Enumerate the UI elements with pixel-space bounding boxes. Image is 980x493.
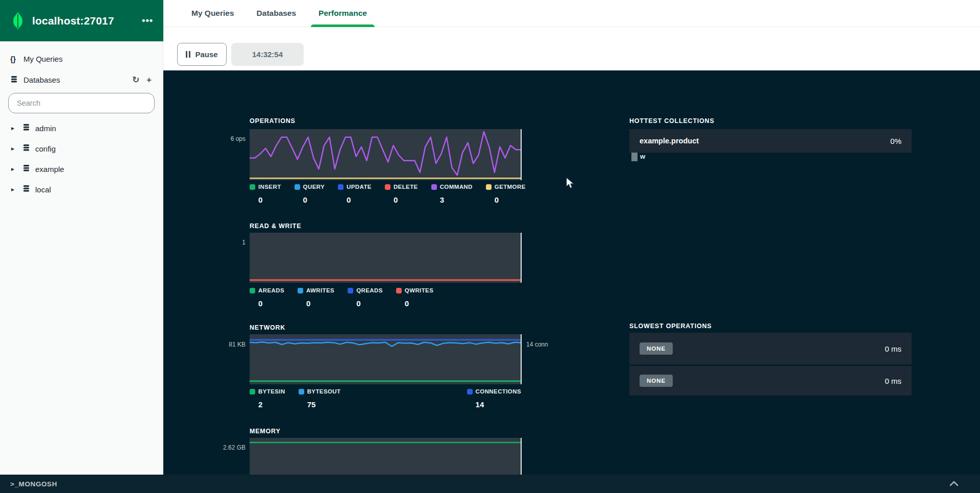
sidebar-db-example[interactable]: ▸ example — [0, 159, 163, 179]
legend-item: BYTESIN 2 — [250, 388, 285, 409]
legend-item: BYTESOUT 75 — [299, 388, 341, 409]
legend-label: AWRITES — [306, 287, 334, 293]
database-icon — [22, 144, 30, 153]
pause-button[interactable]: Pause — [177, 43, 227, 66]
legend-item: AREADS 0 — [250, 287, 284, 308]
legend-swatch — [250, 389, 255, 395]
network-legend: BYTESIN 2 BYTESOUT 75 CONNECTIONS 14 — [250, 388, 521, 409]
legend-item: UPDATE 0 — [338, 184, 372, 204]
pause-label: Pause — [195, 50, 217, 59]
operation-badge: NONE — [640, 342, 673, 355]
slowest-operations-title: SLOWEST OPERATIONS — [629, 323, 712, 330]
database-name: admin — [35, 124, 56, 133]
legend-item: AWRITES 0 — [298, 287, 334, 308]
mongosh-toggle-bar[interactable]: >_MONGOSH — [0, 475, 980, 493]
chevron-right-icon[interactable]: ▸ — [11, 125, 22, 132]
legend-value: 0 — [258, 195, 281, 204]
legend-label: GETMORE — [495, 184, 526, 190]
slowest-operation-row: NONE 0 ms — [629, 366, 912, 396]
legend-item: QUERY 0 — [295, 184, 325, 204]
legend-swatch — [467, 389, 473, 395]
chevron-right-icon[interactable]: ▸ — [11, 186, 22, 193]
sidebar-item-label: Databases — [23, 76, 60, 84]
memory-title: MEMORY — [250, 428, 281, 435]
operations-legend: INSERT 0 QUERY 0 UPDATE 0 DELETE 0 COMMA… — [250, 184, 526, 204]
database-icon — [10, 76, 23, 85]
database-name: example — [35, 165, 64, 174]
hottest-collections-title: HOTTEST COLLECTIONS — [629, 117, 715, 125]
legend-value: 3 — [440, 195, 473, 204]
write-indicator-label: w — [640, 153, 645, 160]
hottest-collections-card: example.product 0% w — [629, 129, 912, 161]
read-write-indicator-bar — [631, 153, 638, 161]
database-icon — [22, 164, 30, 174]
read-write-legend: AREADS 0 AWRITES 0 QREADS 0 QWRITES 0 — [250, 287, 433, 308]
legend-swatch — [298, 288, 303, 293]
memory-chart — [250, 438, 521, 475]
mongodb-leaf-icon — [10, 12, 26, 30]
legend-item: COMMAND 3 — [431, 184, 473, 204]
main-area: My Queries Databases Performance Pause 1… — [163, 0, 980, 475]
slowest-operation-row: NONE 0 ms — [629, 333, 912, 364]
tab-my-queries[interactable]: My Queries — [184, 0, 242, 27]
legend-label: CONNECTIONS — [476, 388, 521, 395]
refresh-databases-icon[interactable]: ↻ — [129, 75, 142, 85]
tab-performance[interactable]: Performance — [311, 0, 375, 27]
connection-name: localhost:27017 — [32, 15, 142, 27]
read-write-y-label: 1 — [207, 239, 246, 246]
connection-menu-icon[interactable]: ••• — [142, 15, 153, 26]
sidebar-db-config[interactable]: ▸ config — [0, 138, 163, 159]
legend-swatch — [431, 184, 437, 190]
legend-label: INSERT — [258, 184, 281, 190]
legend-label: BYTESOUT — [307, 388, 341, 395]
collection-load-percent: 0% — [890, 137, 901, 145]
legend-item: QWRITES 0 — [396, 287, 433, 308]
legend-item: DELETE 0 — [385, 184, 418, 204]
sidebar: {} My Queries Databases ↻ + ▸ admin ▸ — [0, 41, 163, 475]
sidebar-item-databases[interactable]: Databases ↻ + — [0, 69, 163, 90]
legend-swatch — [299, 389, 304, 395]
read-write-chart — [250, 233, 521, 283]
chevron-right-icon[interactable]: ▸ — [11, 165, 22, 172]
operations-title: OPERATIONS — [250, 117, 296, 125]
sidebar-item-label: My Queries — [23, 55, 63, 63]
legend-swatch — [396, 288, 402, 293]
database-icon — [22, 124, 30, 133]
legend-item: INSERT 0 — [250, 184, 281, 204]
operation-duration: 0 ms — [885, 344, 901, 353]
network-right-label: 14 conn — [526, 341, 548, 348]
chevron-right-icon[interactable]: ▸ — [11, 145, 22, 152]
tab-databases[interactable]: Databases — [249, 0, 304, 27]
legend-label: BYTESIN — [258, 388, 285, 395]
search-input[interactable] — [8, 93, 155, 113]
mongosh-label: >_MONGOSH — [10, 480, 57, 488]
legend-label: QREADS — [356, 287, 383, 293]
mouse-cursor — [566, 177, 575, 191]
legend-swatch — [295, 184, 300, 190]
pause-icon — [186, 51, 190, 58]
legend-swatch — [250, 288, 255, 293]
legend-value: 75 — [307, 400, 341, 409]
tab-label: Performance — [318, 9, 367, 18]
tab-label: My Queries — [191, 9, 234, 18]
sidebar-db-admin[interactable]: ▸ admin — [0, 118, 163, 138]
legend-swatch — [486, 184, 492, 190]
legend-label: AREADS — [258, 287, 284, 293]
legend-label: COMMAND — [440, 184, 473, 190]
legend-label: DELETE — [394, 184, 418, 190]
active-tab-underline — [311, 24, 375, 27]
legend-label: QUERY — [303, 184, 325, 190]
database-name: config — [35, 144, 56, 153]
tab-label: Databases — [257, 9, 297, 18]
create-database-icon[interactable]: + — [142, 75, 156, 85]
sidebar-item-my-queries[interactable]: {} My Queries — [0, 48, 163, 69]
sidebar-db-local[interactable]: ▸ local — [0, 179, 163, 200]
tab-bar: My Queries Databases Performance — [163, 0, 980, 27]
chevron-up-icon[interactable] — [949, 479, 959, 488]
network-y-label: 81 KB — [207, 341, 246, 348]
sidebar-search — [0, 90, 163, 118]
legend-swatch — [250, 184, 255, 190]
network-chart — [250, 334, 521, 384]
performance-toolbar: Pause 14:32:54 — [163, 27, 980, 70]
braces-icon: {} — [10, 55, 23, 63]
